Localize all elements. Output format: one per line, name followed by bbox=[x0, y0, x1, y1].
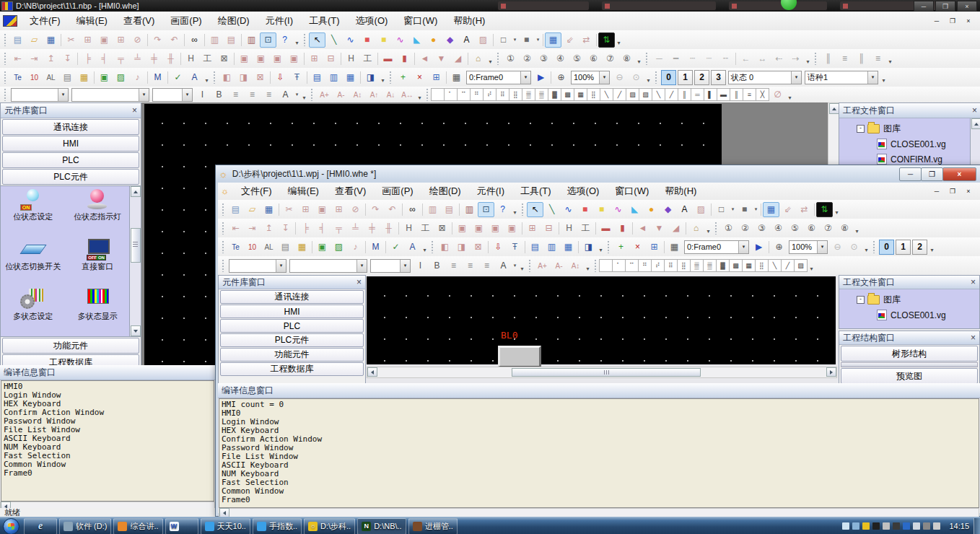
close-icon[interactable]: × bbox=[356, 278, 362, 286]
zoom-level-combo[interactable]: 100%▾ bbox=[789, 240, 828, 254]
toolbar-grip[interactable] bbox=[607, 240, 611, 253]
no-fill-icon[interactable]: ∅ bbox=[769, 87, 786, 102]
state-button-3[interactable]: 3 bbox=[711, 70, 726, 85]
pattern-swatch-icon[interactable]: ⠿ bbox=[496, 88, 509, 101]
freeline-tool-icon[interactable]: ∿ bbox=[392, 32, 408, 48]
menu-item[interactable]: 编辑(E) bbox=[280, 183, 327, 200]
toolbar-grip[interactable] bbox=[303, 33, 307, 46]
pattern-swatch-icon[interactable]: ╱ bbox=[781, 259, 795, 272]
text-align-center-icon[interactable]: ≡ bbox=[244, 87, 261, 102]
pattern-swatch-icon[interactable]: ⣿ bbox=[755, 259, 769, 272]
send-backward-icon[interactable]: ▣ bbox=[504, 221, 520, 236]
toolbar-overflow-button[interactable]: ▾ bbox=[486, 51, 494, 66]
pattern-swatch-icon[interactable]: ≡ bbox=[743, 88, 756, 101]
state2-icon[interactable]: ② bbox=[737, 221, 753, 236]
state6-icon[interactable]: ⑥ bbox=[803, 221, 820, 236]
refresh-icon[interactable]: ⇄ bbox=[578, 32, 595, 48]
screen-edit-icon[interactable]: ⇅ bbox=[598, 32, 615, 48]
taskbar-button[interactable]: W bbox=[165, 518, 198, 534]
toolbar-overflow-button[interactable]: ▾ bbox=[597, 240, 605, 254]
arc-tool-icon[interactable]: ∿ bbox=[560, 202, 577, 217]
state4-icon[interactable]: ④ bbox=[552, 51, 569, 66]
insert-frame-icon[interactable]: ▶ bbox=[751, 240, 767, 255]
taskbar-button[interactable]: 软件 (D:) bbox=[59, 518, 111, 534]
menu-item[interactable]: 选项(O) bbox=[559, 183, 608, 200]
distribute-h-icon[interactable]: ≡ bbox=[836, 51, 853, 66]
menu-item[interactable]: 帮助(H) bbox=[657, 183, 704, 200]
component-category-tab[interactable]: 工程数据库 bbox=[220, 362, 364, 376]
component-category-tab[interactable]: HMI bbox=[2, 136, 139, 152]
pattern-swatch-icon[interactable]: ║ bbox=[678, 88, 691, 101]
close-button[interactable]: × bbox=[963, 16, 974, 27]
ellipse-tool-icon[interactable]: ● bbox=[643, 202, 660, 217]
pattern-swatch-icon[interactable]: ⠉ bbox=[625, 259, 639, 272]
roundrect-tool-icon[interactable]: ■ bbox=[375, 32, 392, 48]
toolbar-grip[interactable] bbox=[222, 259, 225, 272]
nudge-down-icon[interactable]: ↧ bbox=[59, 51, 76, 66]
text-tool-icon[interactable]: A bbox=[676, 202, 693, 217]
snap-icon[interactable]: ⇙ bbox=[779, 202, 796, 217]
menu-item[interactable]: 查看(V) bbox=[327, 183, 374, 200]
paste-icon[interactable]: ▣ bbox=[314, 202, 331, 217]
multi-copy-icon[interactable]: ⊞ bbox=[331, 202, 347, 217]
dropdown-arrow-icon[interactable]: ▾ bbox=[294, 88, 300, 102]
same-width-icon[interactable]: H bbox=[183, 51, 199, 66]
window-next-icon[interactable]: ◨ bbox=[235, 70, 252, 85]
redo-icon[interactable]: ↷ bbox=[367, 202, 384, 217]
component-list-scrollbar[interactable] bbox=[129, 186, 141, 336]
fill-color-icon[interactable]: ■ bbox=[736, 202, 753, 217]
minimize-button[interactable]: ─ bbox=[914, 1, 934, 12]
pattern-swatch-icon[interactable]: ▒ bbox=[522, 88, 535, 101]
bold-icon[interactable]: B bbox=[429, 258, 445, 273]
polygon-tool-icon[interactable]: ◣ bbox=[408, 32, 425, 48]
state6-icon[interactable]: ⑥ bbox=[585, 51, 602, 66]
add-frame-icon[interactable]: + bbox=[395, 70, 411, 85]
child-component-titlebar[interactable]: 元件库窗口 × bbox=[219, 276, 365, 289]
lock-icon[interactable]: ⌂ bbox=[688, 221, 704, 236]
tray-icon[interactable] bbox=[913, 522, 920, 530]
toolbar-overflow-button[interactable]: ▾ bbox=[928, 240, 936, 254]
fence-h-icon[interactable]: ≡ bbox=[870, 51, 886, 66]
font-color-icon[interactable]: A bbox=[277, 87, 294, 102]
child-titlebar[interactable]: ☼ D:\步科\project\1\1.wpj - [HMI0.whe *] ─… bbox=[216, 165, 980, 183]
zoom-level-combo[interactable]: 100%▾ bbox=[571, 71, 610, 84]
restore-button[interactable]: ❐ bbox=[947, 16, 958, 27]
pattern-swatch-icon[interactable]: ▓ bbox=[716, 259, 730, 272]
menu-item[interactable]: 查看(V) bbox=[115, 12, 162, 30]
help-icon[interactable]: ? bbox=[494, 202, 511, 217]
align-bottom-icon[interactable]: ╧ bbox=[347, 221, 364, 236]
sound-library-icon[interactable]: ♪ bbox=[347, 240, 364, 255]
nudge-down-icon[interactable]: ↧ bbox=[277, 221, 294, 236]
cut-icon[interactable]: ✂ bbox=[281, 202, 297, 217]
state-button-2[interactable]: 2 bbox=[694, 70, 709, 85]
project-file-titlebar[interactable]: 工程文件窗口 × bbox=[839, 103, 980, 118]
child-project-file-titlebar[interactable]: 工程文件窗口 × bbox=[839, 276, 979, 289]
toolbar-grip[interactable] bbox=[496, 52, 500, 65]
pattern-swatch-icon[interactable]: ╱ bbox=[613, 88, 626, 101]
component-category-tab[interactable]: PLC元件 bbox=[2, 169, 139, 185]
menu-item[interactable]: 窗口(W) bbox=[607, 183, 657, 200]
pattern-swatch-icon[interactable]: ⠿ bbox=[664, 259, 678, 272]
window-prev-icon[interactable]: ◧ bbox=[437, 240, 453, 255]
undo-icon[interactable]: ↶ bbox=[166, 32, 183, 48]
close-button[interactable]: × bbox=[963, 186, 974, 197]
tray-icon[interactable] bbox=[933, 522, 940, 530]
freeline-tool-icon[interactable]: ∿ bbox=[610, 202, 626, 217]
toolbar-grip[interactable] bbox=[389, 71, 393, 84]
compile-info-titlebar[interactable]: 编译信息窗口 bbox=[0, 365, 215, 380]
download-icon[interactable]: ⇩ bbox=[272, 70, 289, 85]
toolbar-overflow-button[interactable]: ▾ bbox=[786, 87, 794, 102]
tray-icon[interactable] bbox=[883, 522, 890, 530]
zoom-out-icon[interactable]: ⊖ bbox=[829, 240, 846, 255]
state3-icon[interactable]: ③ bbox=[535, 51, 552, 66]
open-file-icon[interactable]: ▱ bbox=[244, 202, 261, 217]
nudge-left-icon[interactable]: ⇤ bbox=[9, 51, 26, 66]
toolbar-overflow-button[interactable]: ▾ bbox=[880, 70, 888, 84]
help-icon[interactable]: ? bbox=[276, 32, 293, 48]
minimize-button[interactable]: ─ bbox=[899, 167, 922, 181]
fit-font-h-icon[interactable]: A↔ bbox=[399, 87, 416, 102]
toolbar-overflow-button[interactable]: ▾ bbox=[862, 240, 870, 254]
state1-icon[interactable]: ① bbox=[720, 221, 737, 236]
toolbar-grip[interactable] bbox=[521, 203, 525, 216]
print-preview-icon[interactable]: ▥ bbox=[206, 32, 223, 48]
